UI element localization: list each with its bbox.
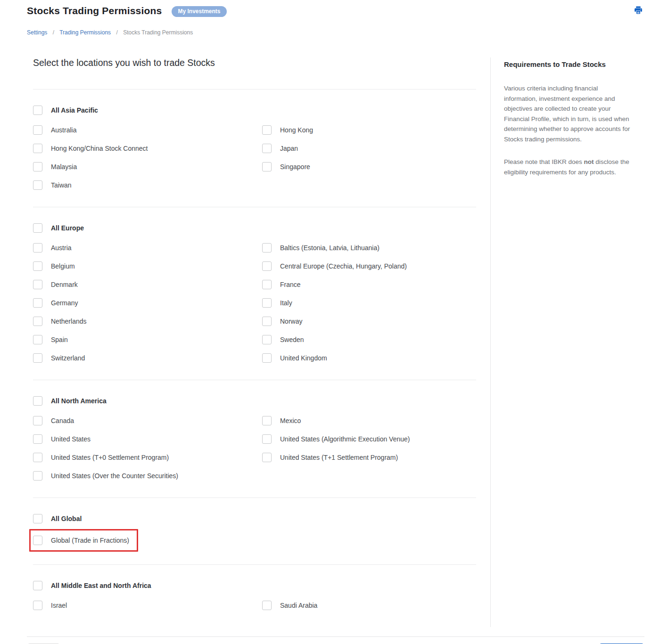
checkbox-label-united-states[interactable]: United States	[51, 435, 91, 443]
checkbox-label-germany[interactable]: Germany	[51, 299, 78, 307]
checkbox-baltics-estonia-latvia-lithuania[interactable]	[262, 243, 272, 253]
location-row-taiwan: Taiwan	[33, 180, 72, 190]
checkbox-global-trade-in-fractions[interactable]	[33, 536, 42, 545]
checkbox-label-austria[interactable]: Austria	[51, 244, 72, 252]
location-row-united-states-over-the-counter-securities: United States (Over the Counter Securiti…	[33, 471, 178, 481]
location-row-saudi-arabia: Saudi Arabia	[262, 601, 317, 610]
my-investments-badge: My Investments	[172, 6, 226, 17]
checkbox-label-netherlands[interactable]: Netherlands	[51, 318, 87, 325]
checkbox-japan[interactable]	[262, 144, 272, 153]
print-button[interactable]	[634, 6, 643, 15]
checkbox-united-states-t-0-settlement-program[interactable]	[33, 453, 42, 462]
checkbox-canada[interactable]	[33, 416, 42, 425]
checkbox-label-saudi-arabia[interactable]: Saudi Arabia	[280, 602, 317, 609]
checkbox-label-sweden[interactable]: Sweden	[280, 336, 304, 343]
location-row-singapore: Singapore	[262, 162, 310, 171]
checkbox-label-france[interactable]: France	[280, 281, 301, 288]
checkbox-label-united-states-t-1-settlement-program[interactable]: United States (T+1 Settlement Program)	[280, 454, 398, 461]
checkbox-saudi-arabia[interactable]	[262, 601, 272, 610]
checkbox-sweden[interactable]	[262, 335, 272, 344]
checkbox-label-hong-kong-china-stock-connect[interactable]: Hong Kong/China Stock Connect	[51, 145, 148, 152]
checkbox-singapore[interactable]	[262, 162, 272, 171]
select-all-checkbox-middle-east-north-africa[interactable]	[33, 581, 42, 590]
checkbox-hong-kong[interactable]	[262, 125, 272, 135]
select-all-checkbox-asia-pacific[interactable]	[33, 106, 42, 115]
checkbox-denmark[interactable]	[33, 280, 42, 289]
section-asia-pacific: All Asia PacificAustraliaHong KongHong K…	[33, 90, 476, 207]
checkbox-france[interactable]	[262, 280, 272, 289]
section-heading: Select the locations you wish to trade S…	[33, 57, 476, 68]
checkbox-label-global-trade-in-fractions[interactable]: Global (Trade in Fractions)	[51, 537, 129, 544]
checkbox-italy[interactable]	[262, 298, 272, 308]
checkbox-label-australia[interactable]: Australia	[51, 126, 76, 134]
checkbox-label-mexico[interactable]: Mexico	[280, 417, 301, 424]
checkbox-norway[interactable]	[262, 317, 272, 326]
location-row-united-states-t-1-settlement-program: United States (T+1 Settlement Program)	[262, 453, 398, 462]
checkbox-united-states-t-1-settlement-program[interactable]	[262, 453, 272, 462]
checkbox-label-malaysia[interactable]: Malaysia	[51, 163, 77, 171]
breadcrumb-trading-permissions[interactable]: Trading Permissions	[59, 29, 111, 36]
checkbox-label-japan[interactable]: Japan	[280, 145, 298, 152]
checkbox-label-canada[interactable]: Canada	[51, 417, 74, 424]
checkbox-label-singapore[interactable]: Singapore	[280, 163, 310, 171]
location-row-israel: Israel	[33, 601, 67, 610]
checkbox-israel[interactable]	[33, 601, 42, 610]
section-header-label-europe: All Europe	[51, 224, 84, 232]
checkbox-label-united-states-t-0-settlement-program[interactable]: United States (T+0 Settlement Program)	[51, 454, 169, 461]
locations-panel: Select the locations you wish to trade S…	[33, 57, 476, 627]
checkbox-label-italy[interactable]: Italy	[280, 299, 292, 307]
checkbox-belgium[interactable]	[33, 261, 42, 271]
location-row-baltics-estonia-latvia-lithuania: Baltics (Estonia, Latvia, Lithuania)	[262, 243, 380, 253]
select-all-checkbox-north-america[interactable]	[33, 396, 42, 406]
checkbox-label-central-europe-czechia-hungary-poland[interactable]: Central Europe (Czechia, Hungary, Poland…	[280, 262, 407, 270]
select-all-checkbox-europe[interactable]	[33, 223, 42, 233]
checkbox-germany[interactable]	[33, 298, 42, 308]
checkbox-label-taiwan[interactable]: Taiwan	[51, 181, 72, 189]
checkbox-label-denmark[interactable]: Denmark	[51, 281, 78, 288]
checkbox-label-hong-kong[interactable]: Hong Kong	[280, 126, 313, 134]
checkbox-united-states[interactable]	[33, 434, 42, 444]
checkbox-malaysia[interactable]	[33, 162, 42, 171]
sidebar-paragraph-2-text: Please note that IBKR does	[504, 158, 584, 165]
checkbox-united-states-over-the-counter-securities[interactable]	[33, 471, 42, 481]
sidebar-paragraph-2-bold: not	[584, 158, 594, 165]
checkbox-australia[interactable]	[33, 125, 42, 135]
checkbox-united-kingdom[interactable]	[262, 353, 272, 363]
sidebar-title: Requirements to Trade Stocks	[504, 60, 632, 68]
checkbox-netherlands[interactable]	[33, 317, 42, 326]
location-row-japan: Japan	[262, 144, 298, 153]
checkbox-austria[interactable]	[33, 243, 42, 253]
checkbox-label-united-states-algorithmic-execution-venue[interactable]: United States (Algorithmic Execution Ven…	[280, 435, 410, 443]
section-middle-east-north-africa: All Middle East and North AfricaIsraelSa…	[33, 565, 476, 627]
checkbox-switzerland[interactable]	[33, 353, 42, 363]
checkbox-mexico[interactable]	[262, 416, 272, 425]
location-row-hong-kong-china-stock-connect: Hong Kong/China Stock Connect	[33, 144, 148, 153]
checkbox-label-norway[interactable]: Norway	[280, 318, 302, 325]
checkbox-spain[interactable]	[33, 335, 42, 344]
checkbox-taiwan[interactable]	[33, 180, 42, 190]
breadcrumb-settings[interactable]: Settings	[27, 29, 47, 36]
location-row-united-states: United States	[33, 434, 91, 444]
location-row-austria: Austria	[33, 243, 72, 253]
section-header-row-north-america: All North America	[33, 391, 476, 410]
checkbox-label-israel[interactable]: Israel	[51, 602, 67, 609]
breadcrumb: Settings / Trading Permissions / Stocks …	[27, 29, 660, 36]
checkbox-hong-kong-china-stock-connect[interactable]	[33, 144, 42, 153]
location-row-united-states-algorithmic-execution-venue: United States (Algorithmic Execution Ven…	[262, 434, 410, 444]
checkbox-label-united-states-over-the-counter-securities[interactable]: United States (Over the Counter Securiti…	[51, 472, 178, 480]
highlight-annotation: Global (Trade in Fractions)	[29, 529, 138, 552]
checkbox-label-baltics-estonia-latvia-lithuania[interactable]: Baltics (Estonia, Latvia, Lithuania)	[280, 244, 380, 252]
checkbox-label-spain[interactable]: Spain	[51, 336, 68, 343]
location-row-norway: Norway	[262, 317, 302, 326]
location-row-netherlands: Netherlands	[33, 317, 87, 326]
checkbox-united-states-algorithmic-execution-venue[interactable]	[262, 434, 272, 444]
location-row-france: France	[262, 280, 301, 289]
checkbox-label-belgium[interactable]: Belgium	[51, 262, 75, 270]
checkbox-label-switzerland[interactable]: Switzerland	[51, 354, 85, 362]
checkbox-label-united-kingdom[interactable]: United Kingdom	[280, 354, 327, 362]
print-icon	[634, 9, 643, 16]
checkbox-central-europe-czechia-hungary-poland[interactable]	[262, 261, 272, 271]
breadcrumb-separator: /	[53, 29, 54, 36]
requirements-sidebar: Requirements to Trade Stocks Various cri…	[490, 57, 632, 627]
select-all-checkbox-global[interactable]	[33, 514, 42, 523]
